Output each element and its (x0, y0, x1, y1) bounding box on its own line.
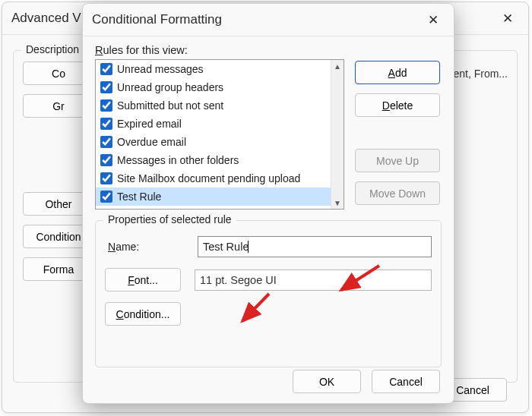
move-down-button: Move Down (355, 181, 440, 205)
cond-title: Conditional Formatting (92, 12, 222, 27)
cancel-button[interactable]: Cancel (372, 370, 440, 393)
font-button[interactable]: Font... (105, 268, 181, 292)
rules-scrollbar[interactable]: ▲ ▼ (331, 60, 344, 209)
scroll-down-icon[interactable]: ▼ (331, 197, 344, 209)
rule-label: Unread group headers (117, 81, 223, 93)
cond-titlebar: Conditional Formatting ✕ (83, 4, 454, 36)
rule-checkbox[interactable] (100, 99, 112, 112)
rules-listbox[interactable]: Unread messagesUnread group headersSubmi… (95, 59, 344, 210)
rule-checkbox[interactable] (100, 81, 112, 93)
rule-label: Overdue email (117, 136, 186, 148)
rules-list-item[interactable]: Expired email (96, 115, 331, 133)
rule-label: Expired email (117, 118, 182, 130)
add-button[interactable]: Add (355, 61, 440, 84)
adv-close-icon[interactable]: ✕ (496, 8, 519, 30)
rules-list-item[interactable]: Test Rule (96, 188, 331, 206)
properties-group: Properties of selected rule Name: Test R… (95, 220, 442, 367)
ok-button[interactable]: OK (293, 370, 361, 393)
adv-columns-desc: ent, From... (453, 68, 508, 80)
rule-label: Site Mailbox document pending upload (117, 172, 300, 184)
rule-checkbox[interactable] (100, 191, 112, 203)
rules-list-item[interactable]: Site Mailbox document pending upload (96, 169, 331, 188)
name-input[interactable]: Test Rule (198, 236, 432, 257)
delete-button[interactable]: Delete (355, 93, 440, 117)
properties-title: Properties of selected rule (103, 213, 236, 225)
font-description: 11 pt. Segoe UI (195, 269, 432, 291)
rules-list-item[interactable]: Overdue email (96, 133, 331, 151)
adv-description-title: Description (21, 43, 84, 55)
scroll-up-icon[interactable]: ▲ (331, 60, 344, 72)
rule-label: Test Rule (117, 191, 161, 203)
rules-list-item[interactable]: Messages in other folders (96, 151, 331, 169)
rule-checkbox[interactable] (100, 118, 112, 130)
rules-list-item[interactable]: Unread messages (96, 60, 331, 78)
rules-list-item[interactable]: Unread group headers (96, 78, 331, 96)
rules-label: Rules for this view: (95, 44, 442, 56)
rules-list-item[interactable]: Submitted but not sent (96, 96, 331, 115)
rule-checkbox[interactable] (100, 136, 112, 148)
adv-title: Advanced V (11, 11, 81, 26)
rule-checkbox[interactable] (100, 63, 112, 75)
rule-label: Submitted but not sent (117, 99, 223, 112)
name-label: Name: (105, 241, 190, 253)
rule-checkbox[interactable] (100, 172, 112, 184)
rule-label: Unread messages (117, 63, 204, 75)
move-up-button: Move Up (355, 149, 440, 172)
rule-label: Messages in other folders (117, 154, 239, 166)
cond-close-icon[interactable]: ✕ (422, 9, 445, 31)
conditional-formatting-dialog: Conditional Formatting ✕ Rules for this … (82, 3, 454, 404)
rule-checkbox[interactable] (100, 154, 112, 166)
condition-button[interactable]: Condition... (105, 302, 181, 326)
